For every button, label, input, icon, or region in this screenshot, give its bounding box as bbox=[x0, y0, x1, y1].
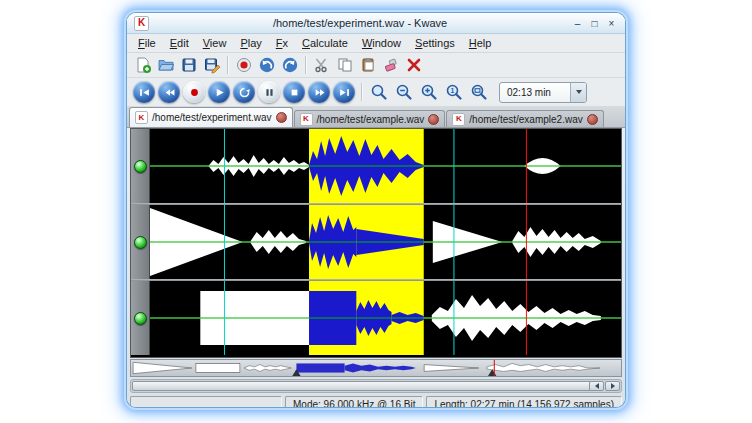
menu-edit[interactable]: Edit bbox=[163, 36, 196, 50]
zoom-selection-button[interactable] bbox=[368, 81, 390, 103]
open-button[interactable] bbox=[155, 55, 176, 76]
cut-icon bbox=[313, 56, 331, 74]
loop-icon bbox=[239, 87, 250, 98]
tab-bar: K /home/test/experiment.wav K /home/test… bbox=[127, 107, 625, 128]
new-button[interactable] bbox=[132, 55, 153, 76]
zoom-all-button[interactable] bbox=[468, 81, 490, 103]
track-1[interactable] bbox=[150, 129, 621, 203]
menu-settings[interactable]: Settings bbox=[408, 36, 462, 50]
zoom-out-button[interactable] bbox=[393, 81, 415, 103]
paste-icon bbox=[359, 56, 377, 74]
menu-file[interactable]: File bbox=[131, 36, 163, 50]
play-icon bbox=[214, 87, 225, 98]
tab-example2[interactable]: K /home/test/example2.wav bbox=[446, 110, 603, 127]
kwave-tab-icon: K bbox=[452, 113, 465, 126]
zoom-normal-icon: 1 bbox=[445, 83, 463, 101]
record-setup-button[interactable] bbox=[233, 55, 254, 76]
kwave-app-icon[interactable]: K bbox=[134, 16, 149, 31]
tab-label: /home/test/example2.wav bbox=[469, 114, 582, 125]
overview-strip[interactable] bbox=[130, 359, 622, 377]
kwave-tab-icon: K bbox=[135, 111, 148, 124]
delete-button[interactable] bbox=[403, 55, 424, 76]
rewind-button[interactable] bbox=[158, 81, 180, 103]
close-button[interactable]: × bbox=[605, 17, 618, 30]
tab-label: /home/test/experiment.wav bbox=[152, 112, 272, 123]
track-2-enabled-led[interactable] bbox=[134, 236, 147, 249]
tab-close-button[interactable] bbox=[428, 114, 439, 125]
menu-window[interactable]: Window bbox=[355, 36, 408, 50]
menu-view[interactable]: View bbox=[196, 36, 234, 50]
track-3-enabled-led[interactable] bbox=[134, 312, 147, 325]
zoom-time-combobox[interactable]: 02:13 min bbox=[499, 82, 587, 103]
tab-example[interactable]: K /home/test/example.wav bbox=[294, 110, 446, 127]
maximize-button[interactable]: □ bbox=[588, 17, 601, 30]
status-message-panel bbox=[130, 396, 282, 407]
minimize-button[interactable]: – bbox=[571, 17, 584, 30]
redo-icon bbox=[281, 56, 299, 74]
menu-play[interactable]: Play bbox=[233, 36, 268, 50]
tab-close-button[interactable] bbox=[276, 112, 287, 123]
scrollbar-thumb[interactable] bbox=[132, 381, 591, 391]
menu-calculate[interactable]: Calculate bbox=[295, 36, 355, 50]
record-icon bbox=[189, 87, 200, 98]
zoom-normal-button[interactable]: 1 bbox=[443, 81, 465, 103]
save-button[interactable] bbox=[178, 55, 199, 76]
loop-button[interactable] bbox=[233, 81, 255, 103]
status-length-panel: Length: 02:27 min (14 156 972 samples) bbox=[426, 396, 622, 407]
record-button[interactable] bbox=[183, 81, 205, 103]
zoom-selection-icon bbox=[370, 83, 388, 101]
zoom-in-button[interactable] bbox=[418, 81, 440, 103]
erase-button[interactable] bbox=[380, 55, 401, 76]
zoom-in-icon bbox=[420, 83, 438, 101]
copy-icon bbox=[336, 56, 354, 74]
zoom-out-icon bbox=[395, 83, 413, 101]
redo-button[interactable] bbox=[279, 55, 300, 76]
track-3-controls bbox=[131, 281, 150, 355]
track-1-controls bbox=[131, 129, 150, 203]
pause-button[interactable] bbox=[258, 81, 280, 103]
cut-button[interactable] bbox=[311, 55, 332, 76]
status-bar: Mode: 96.000 kHz @ 16 Bit Length: 02:27 … bbox=[130, 395, 622, 407]
undo-icon bbox=[258, 56, 276, 74]
copy-button[interactable] bbox=[334, 55, 355, 76]
save-as-icon bbox=[203, 56, 221, 74]
zoom-all-icon bbox=[470, 83, 488, 101]
kwave-window: K /home/test/experiment.wav - Kwave – □ … bbox=[127, 13, 625, 407]
track-3[interactable] bbox=[150, 281, 621, 355]
kwave-tab-icon: K bbox=[300, 113, 313, 126]
toolbar-separator bbox=[361, 83, 362, 101]
delete-icon bbox=[405, 56, 423, 74]
track-1-waveform bbox=[150, 129, 621, 203]
track-2[interactable] bbox=[150, 205, 621, 279]
scroll-right-button[interactable] bbox=[605, 381, 620, 391]
edit-toolbar bbox=[127, 53, 625, 78]
skip-end-icon bbox=[339, 87, 350, 98]
undo-button[interactable] bbox=[256, 55, 277, 76]
skip-end-button[interactable] bbox=[333, 81, 355, 103]
menu-fx[interactable]: Fx bbox=[269, 36, 295, 50]
status-mode-text: Mode: 96.000 kHz @ 16 Bit bbox=[293, 399, 415, 407]
pause-icon bbox=[264, 87, 275, 98]
titlebar[interactable]: K /home/test/experiment.wav - Kwave – □ … bbox=[127, 13, 625, 34]
stop-button[interactable] bbox=[283, 81, 305, 103]
window-title: /home/test/experiment.wav - Kwave bbox=[153, 17, 567, 29]
scroll-left-button[interactable] bbox=[589, 381, 604, 391]
forward-button[interactable] bbox=[308, 81, 330, 103]
toolbar-separator bbox=[305, 56, 306, 74]
horizontal-scrollbar[interactable] bbox=[130, 379, 622, 393]
paste-button[interactable] bbox=[357, 55, 378, 76]
combobox-dropdown-button[interactable] bbox=[570, 83, 586, 102]
play-button[interactable] bbox=[208, 81, 230, 103]
save-as-button[interactable] bbox=[201, 55, 222, 76]
overview-waveform bbox=[131, 360, 621, 376]
track-row-1 bbox=[131, 129, 621, 203]
arrow-left-icon bbox=[595, 383, 599, 389]
skip-start-button[interactable] bbox=[133, 81, 155, 103]
menu-help[interactable]: Help bbox=[462, 36, 499, 50]
open-folder-icon bbox=[157, 56, 175, 74]
track-1-enabled-led[interactable] bbox=[134, 160, 147, 173]
scrollbar-arrows bbox=[589, 381, 620, 391]
tab-close-button[interactable] bbox=[587, 114, 598, 125]
forward-icon bbox=[314, 87, 325, 98]
tab-experiment[interactable]: K /home/test/experiment.wav bbox=[129, 107, 293, 127]
